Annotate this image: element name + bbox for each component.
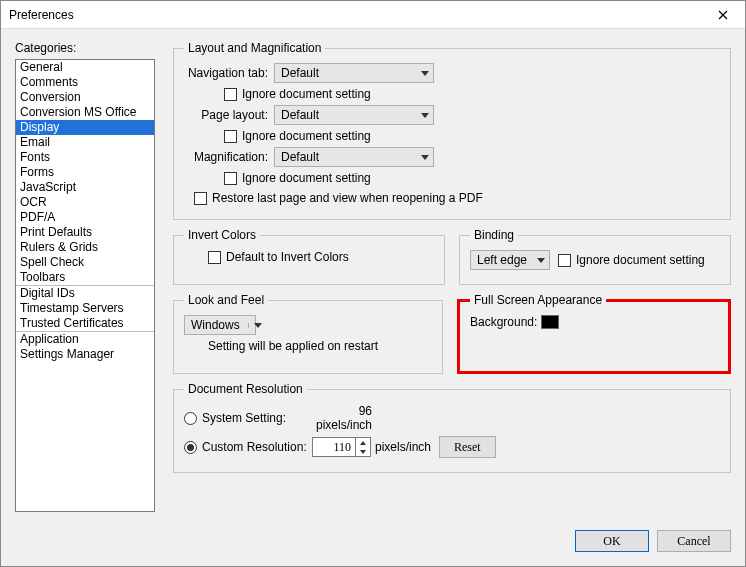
page-layout-combo[interactable]: Default [274,105,434,125]
nav-tab-combo[interactable]: Default [274,63,434,83]
category-item[interactable]: General [16,60,154,75]
checkbox-label: Ignore document setting [242,87,371,101]
category-item[interactable]: PDF/A [16,210,154,225]
system-setting-radio[interactable] [184,412,197,425]
group-legend: Layout and Magnification [184,41,325,55]
checkbox-label: Default to Invert Colors [226,250,349,264]
reset-button[interactable]: Reset [439,436,496,458]
checkbox-label: Ignore document setting [242,171,371,185]
ok-button[interactable]: OK [575,530,649,552]
group-legend: Invert Colors [184,228,260,242]
checkbox-label: Restore last page and view when reopenin… [212,191,483,205]
category-item[interactable]: Conversion MS Office [16,105,154,120]
category-item[interactable]: Rulers & Grids [16,240,154,255]
category-item[interactable]: JavaScript [16,180,154,195]
spin-down-icon[interactable] [356,447,370,456]
category-item[interactable]: Fonts [16,150,154,165]
combo-value: Default [281,66,319,80]
background-color-swatch[interactable] [541,315,559,329]
restore-last-page-checkbox[interactable] [194,192,207,205]
chevron-down-icon [248,323,262,328]
close-button[interactable] [701,1,745,29]
category-item[interactable]: Comments [16,75,154,90]
group-legend: Look and Feel [184,293,268,307]
category-item[interactable]: Forms [16,165,154,180]
invert-colors-group: Invert Colors Default to Invert Colors [173,228,445,285]
spin-up-icon[interactable] [356,438,370,447]
custom-resolution-unit: pixels/inch [375,440,431,454]
category-item[interactable]: Conversion [16,90,154,105]
combo-value: Default [281,150,319,164]
page-layout-label: Page layout: [184,108,274,122]
categories-list[interactable]: GeneralCommentsConversionConversion MS O… [15,59,155,512]
binding-group: Binding Left edge Ignore document settin… [459,228,731,285]
category-item[interactable]: Settings Manager [16,347,154,362]
combo-value: Default [281,108,319,122]
look-and-feel-combo[interactable]: Windows [184,315,256,335]
category-item[interactable]: Spell Check [16,255,154,270]
group-legend: Binding [470,228,518,242]
page-layout-ignore-checkbox[interactable] [224,130,237,143]
category-item[interactable]: Display [16,120,154,135]
checkbox-label: Ignore document setting [242,129,371,143]
category-item[interactable]: OCR [16,195,154,210]
group-legend: Document Resolution [184,382,307,396]
combo-value: Windows [191,318,240,332]
custom-resolution-input[interactable] [313,438,355,456]
category-item[interactable]: Digital IDs [16,286,154,301]
binding-combo[interactable]: Left edge [470,250,550,270]
checkbox-label: Ignore document setting [576,253,705,267]
full-screen-appearance-group: Full Screen Appearance Background: [457,293,731,374]
layout-and-magnification-group: Layout and Magnification Navigation tab:… [173,41,731,220]
magnification-combo[interactable]: Default [274,147,434,167]
nav-tab-ignore-checkbox[interactable] [224,88,237,101]
category-item[interactable]: Trusted Certificates [16,316,154,332]
background-label: Background: [470,315,537,329]
document-resolution-group: Document Resolution System Setting: 96 p… [173,382,731,473]
dialog-footer: OK Cancel [1,520,745,566]
category-item[interactable]: Print Defaults [16,225,154,240]
titlebar: Preferences [1,1,745,29]
preferences-dialog: Preferences Categories: GeneralCommentsC… [0,0,746,567]
custom-resolution-label: Custom Resolution: [202,440,312,454]
system-setting-value: 96 pixels/inch [312,404,372,432]
default-invert-checkbox[interactable] [208,251,221,264]
custom-resolution-radio[interactable] [184,441,197,454]
look-and-feel-group: Look and Feel Windows Setting will be ap… [173,293,443,374]
chevron-down-icon [421,71,429,76]
category-item[interactable]: Application [16,332,154,347]
chevron-down-icon [537,258,545,263]
category-item[interactable]: Timestamp Servers [16,301,154,316]
close-icon [718,7,728,23]
combo-value: Left edge [477,253,527,267]
cancel-button[interactable]: Cancel [657,530,731,552]
nav-tab-label: Navigation tab: [184,66,274,80]
chevron-down-icon [421,113,429,118]
magnification-label: Magnification: [184,150,274,164]
magnification-ignore-checkbox[interactable] [224,172,237,185]
category-item[interactable]: Email [16,135,154,150]
categories-label: Categories: [15,41,155,55]
chevron-down-icon [421,155,429,160]
group-legend: Full Screen Appearance [470,293,606,307]
look-and-feel-note: Setting will be applied on restart [208,339,378,353]
window-title: Preferences [9,8,701,22]
category-item[interactable]: Toolbars [16,270,154,286]
system-setting-label: System Setting: [202,411,312,425]
custom-resolution-spinner[interactable] [312,437,371,457]
binding-ignore-checkbox[interactable] [558,254,571,267]
